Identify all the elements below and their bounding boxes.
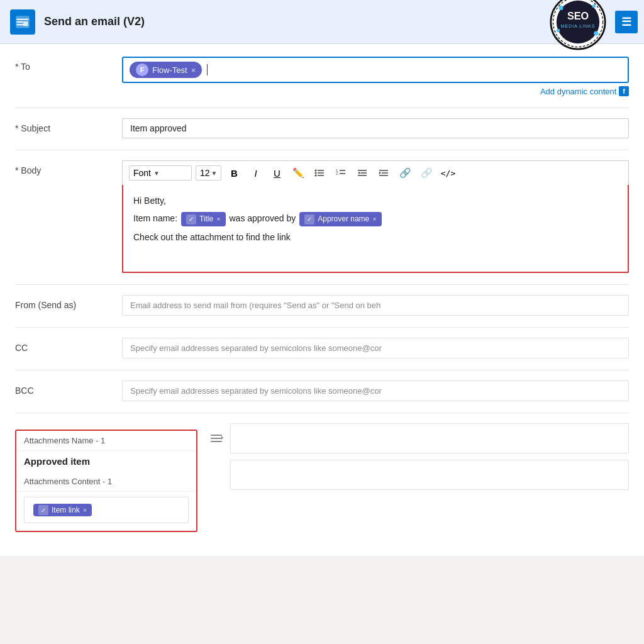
attachments-name-section: Attachments Name - 1 Approved item Attac… [15,430,197,532]
unlink-button[interactable]: 🔗 [418,165,435,181]
body-editor[interactable]: Hi Betty, Item name: ✓ Title × was appro… [122,185,629,273]
cc-label: CC [15,338,122,353]
svg-point-7 [558,6,563,10]
font-label: Font [133,168,151,178]
add-dynamic-label[interactable]: Add dynamic content [540,87,616,96]
svg-point-8 [592,4,596,8]
svg-text:2.: 2. [336,172,339,175]
divider-6 [15,413,629,413]
svg-text:SEO: SEO [567,10,589,21]
bcc-label: BCC [15,380,122,396]
approver-tag-label: Approver name [318,213,369,225]
svg-text:MEDIA LINKS: MEDIA LINKS [560,23,595,29]
bcc-field [122,380,629,401]
italic-button[interactable]: I [247,165,264,181]
svg-point-12 [315,170,317,172]
divider-4 [15,327,629,328]
body-field: Font ▼ 12 ▼ B I U ✏️ 1.2. [122,160,629,273]
seo-logo: SEO MEDIA LINKS [550,0,606,50]
cc-field [122,338,629,358]
approver-tag[interactable]: ✓ Approver name × [299,212,381,226]
link-button[interactable]: 🔗 [396,165,414,181]
subject-field [122,118,629,138]
attachments-name-value[interactable]: Approved item [16,451,196,472]
underline-button[interactable]: U [268,165,286,181]
indent-decrease-button[interactable] [353,165,371,181]
body-label: * Body [15,160,122,175]
flow-test-tag[interactable]: F Flow-Test × [130,62,202,78]
svg-point-9 [557,29,560,32]
cc-input[interactable] [122,338,629,358]
to-field: F Flow-Test × Add dynamic content f [122,57,629,96]
to-row: * To F Flow-Test × Add dynamic content f [15,57,629,96]
size-select[interactable]: 12 ▼ [196,165,221,180]
tag-close-icon[interactable]: × [191,65,196,75]
approver-tag-icon: ✓ [304,214,314,225]
main-content: * To F Flow-Test × Add dynamic content f… [0,44,644,556]
bcc-row: BCC [15,380,629,401]
approver-tag-close[interactable]: × [372,214,376,225]
title-tag[interactable]: ✓ Title × [181,212,226,226]
subject-row: * Subject [15,118,629,138]
body-approved-by: was approved by [229,213,296,223]
svg-rect-30 [211,435,222,436]
title-tag-close[interactable]: × [216,214,220,225]
title-tag-icon: ✓ [186,214,196,225]
code-button[interactable]: </> [439,165,457,181]
attachment-content-input[interactable] [230,460,629,490]
reorder-icon[interactable] [208,430,225,447]
body-item-line: Item name: ✓ Title × was approved by ✓ A… [133,211,618,226]
cc-row: CC [15,338,629,358]
item-link-tag-close[interactable]: × [83,506,87,514]
bullet-list-button[interactable] [311,165,328,181]
text-cursor [207,64,208,75]
pen-button[interactable]: ✏️ [289,165,307,181]
size-label: 12 [200,168,210,178]
bold-button[interactable]: B [225,165,243,181]
divider-3 [15,284,629,285]
font-select[interactable]: Font ▼ [129,165,192,180]
menu-icon: ☰ [621,15,631,29]
svg-rect-32 [211,441,222,442]
item-link-tag-icon: ✓ [38,505,48,515]
svg-point-16 [315,175,317,177]
divider-2 [15,150,629,150]
bcc-input[interactable] [122,380,629,401]
menu-button[interactable]: ☰ [615,11,638,33]
svg-point-10 [594,31,598,35]
attachments-row: Attachments Name - 1 Approved item Attac… [15,423,629,532]
item-link-tag[interactable]: ✓ Item link × [33,504,92,516]
numbered-list-button[interactable]: 1.2. [332,165,350,181]
app-icon [10,9,35,35]
attachments-content-label: Attachments Content - 1 [16,472,196,492]
from-input[interactable] [122,295,629,316]
from-row: From (Send as) [15,295,629,316]
header-title: Send an email (V2) [44,15,634,28]
subject-input[interactable] [122,118,629,138]
divider-5 [15,370,629,370]
attachments-name-header: Attachments Name - 1 [16,431,196,451]
body-toolbar: Font ▼ 12 ▼ B I U ✏️ 1.2. [122,160,629,185]
svg-point-14 [315,172,317,174]
add-dynamic-button[interactable]: f [619,86,629,96]
header: Send an email (V2) SEO MEDIA LINKS ☰ [0,0,644,44]
indent-increase-button[interactable] [375,165,392,181]
add-dynamic-content: Add dynamic content f [122,86,629,96]
svg-marker-29 [379,172,381,174]
divider-1 [15,108,629,108]
attachments-content-wrapper: ✓ Item link × [16,492,196,531]
to-input-container[interactable]: F Flow-Test × [122,57,629,83]
tag-label: Flow-Test [152,65,187,75]
svg-rect-1 [23,21,28,26]
svg-rect-31 [211,438,222,439]
subject-label: * Subject [15,118,122,133]
to-label: * To [15,57,122,72]
item-link-tag-label: Item link [52,506,80,514]
size-dropdown-arrow: ▼ [211,170,218,177]
attachments-content-field[interactable]: ✓ Item link × [24,497,189,523]
attachment-name-input[interactable] [230,423,629,453]
body-attachment-line: Check out the attachment to find the lin… [133,230,618,244]
title-tag-label: Title [199,213,213,225]
from-field [122,295,629,316]
svg-marker-25 [358,172,360,174]
